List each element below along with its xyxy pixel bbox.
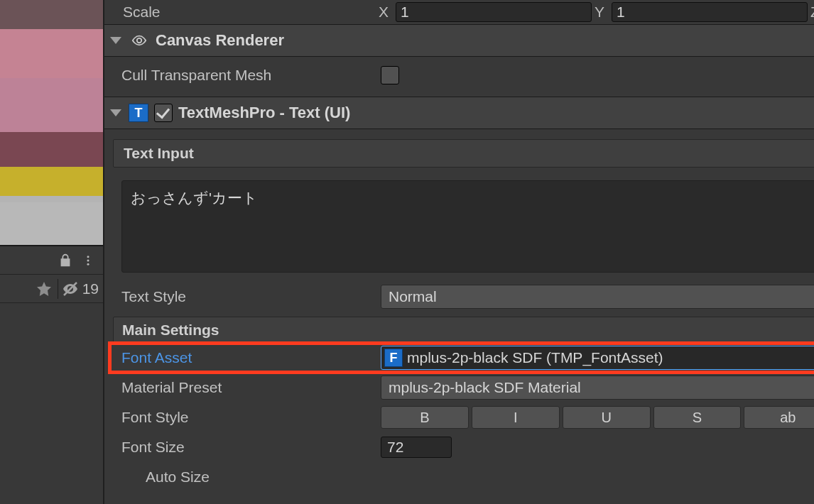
text-input-section-header[interactable]: Text Input Enable RTL Editor bbox=[113, 139, 814, 168]
axis-z-label: Z bbox=[810, 4, 814, 21]
svg-point-2 bbox=[87, 263, 89, 265]
font-asset-row: Font Asset F mplus-2p-black SDF (TMP_Fon… bbox=[110, 344, 814, 372]
material-preset-label: Material Preset bbox=[121, 379, 381, 396]
font-size-row: Font Size bbox=[104, 433, 814, 461]
material-preset-value: mplus-2p-black SDF Material bbox=[389, 379, 581, 396]
foldout-icon[interactable] bbox=[110, 37, 121, 44]
font-style-italic-button[interactable]: I bbox=[472, 406, 560, 429]
main-settings-header[interactable]: Main Settings bbox=[113, 317, 814, 344]
scale-y-input[interactable] bbox=[612, 2, 808, 22]
font-style-bold-button[interactable]: B bbox=[381, 406, 469, 429]
font-asset-value: mplus-2p-black SDF (TMP_FontAsset) bbox=[407, 349, 663, 366]
tmp-component-header[interactable]: T TextMeshPro - Text (UI) ? bbox=[104, 97, 814, 129]
text-style-dropdown[interactable]: Normal bbox=[381, 285, 814, 309]
scene-view-strip: 19 bbox=[0, 0, 103, 504]
auto-size-label: Auto Size bbox=[146, 469, 210, 486]
foldout-icon[interactable] bbox=[110, 109, 121, 116]
cull-label: Cull Transparent Mesh bbox=[121, 67, 381, 84]
tmp-enable-checkbox[interactable] bbox=[154, 104, 173, 122]
font-asset-type-icon: F bbox=[384, 349, 403, 367]
font-style-buttons: B I U S ab AB SC bbox=[381, 406, 814, 429]
star-icon[interactable] bbox=[33, 280, 55, 298]
text-style-value: Normal bbox=[389, 288, 437, 305]
scale-label: Scale bbox=[123, 4, 379, 21]
font-asset-label: Font Asset bbox=[121, 349, 381, 366]
font-style-lowercase-button[interactable]: ab bbox=[744, 406, 814, 429]
kebab-menu-icon[interactable] bbox=[79, 251, 97, 270]
font-style-row: Font Style B I U S ab AB SC bbox=[104, 403, 814, 432]
scale-xyz: X Y Z bbox=[379, 2, 814, 22]
material-preset-dropdown[interactable]: mplus-2p-black SDF Material bbox=[381, 376, 814, 400]
lock-icon[interactable] bbox=[56, 251, 75, 270]
scene-toolbar-row1 bbox=[0, 246, 103, 275]
svg-point-1 bbox=[87, 259, 89, 261]
visibility-eye-icon[interactable] bbox=[129, 32, 150, 49]
hidden-eye-icon[interactable] bbox=[61, 280, 80, 298]
tmp-icon: T bbox=[129, 104, 148, 122]
inspector-panel: Scale X Y Z Canva bbox=[103, 0, 814, 504]
font-style-strike-button[interactable]: S bbox=[653, 406, 742, 429]
scene-toolbar-row2: 19 bbox=[0, 275, 103, 303]
auto-size-row: Auto Size bbox=[104, 463, 814, 491]
material-preset-row: Material Preset mplus-2p-black SDF Mater… bbox=[104, 373, 814, 402]
svg-point-0 bbox=[87, 256, 89, 258]
text-input-title: Text Input bbox=[124, 145, 814, 162]
font-size-label: Font Size bbox=[121, 439, 381, 456]
axis-x-label: X bbox=[379, 4, 391, 21]
scene-empty-area bbox=[0, 303, 103, 504]
scale-x-input[interactable] bbox=[396, 2, 592, 22]
font-asset-field[interactable]: F mplus-2p-black SDF (TMP_FontAsset) bbox=[381, 346, 814, 370]
canvas-renderer-header[interactable]: Canvas Renderer ? bbox=[104, 24, 814, 57]
text-style-row: Text Style Normal bbox=[104, 283, 814, 311]
tmp-text-input[interactable]: おっさんず'カート bbox=[121, 180, 814, 273]
text-style-label: Text Style bbox=[121, 288, 381, 305]
cull-transparent-mesh-row: Cull Transparent Mesh bbox=[104, 61, 814, 89]
cull-checkbox[interactable] bbox=[381, 66, 399, 84]
svg-point-4 bbox=[137, 38, 141, 43]
divider bbox=[58, 279, 58, 299]
transform-scale-row: Scale X Y Z bbox=[104, 0, 814, 24]
font-style-label: Font Style bbox=[121, 409, 381, 426]
scene-preview bbox=[0, 0, 103, 246]
axis-y-label: Y bbox=[595, 4, 607, 21]
hidden-count: 19 bbox=[82, 280, 99, 297]
tmp-title: TextMeshPro - Text (UI) bbox=[178, 104, 814, 122]
font-style-underline-button[interactable]: U bbox=[563, 406, 651, 429]
canvas-renderer-title: Canvas Renderer bbox=[156, 31, 814, 50]
main-settings-title: Main Settings bbox=[122, 322, 219, 339]
font-size-input[interactable] bbox=[381, 437, 452, 458]
